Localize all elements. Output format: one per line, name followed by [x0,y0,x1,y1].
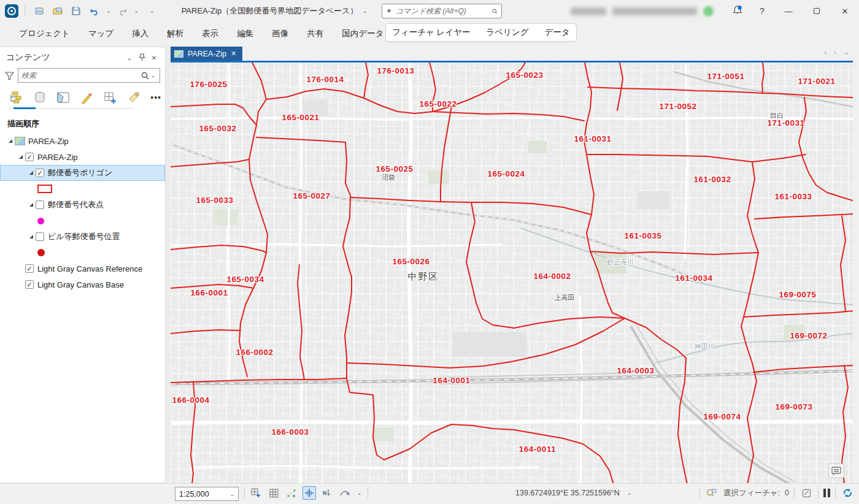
filter-icon[interactable] [5,71,14,80]
symbol-swatch-row[interactable] [0,245,165,261]
dot-magenta-swatch[interactable] [37,218,44,224]
zoom-to-selection-icon[interactable] [705,486,718,500]
map-scale-select[interactable]: 1:25,000 ⌄ [175,487,239,501]
zip-code-label: 171-0031 [767,118,804,128]
more-tabs-ellipsis[interactable]: ••• [150,93,161,102]
coordinate-readout[interactable]: 139.6724919°E 35.7251596°N ⌄ [515,489,633,497]
layer-tree-item[interactable]: 郵便番号代表点 [0,197,165,213]
undo-dropdown-chevron-icon[interactable]: ⌄ [105,8,112,14]
tab-scroll-left-icon[interactable]: ‹ [824,48,826,56]
snapping-toggle-icon[interactable] [302,486,316,500]
snap-points-icon[interactable] [285,486,298,500]
search-options-chevron-icon[interactable]: ⌄ [149,72,156,78]
layer-tree-item[interactable]: PAREA-Zip [0,133,165,149]
save-project-button[interactable] [68,4,84,18]
open-project-button[interactable] [50,4,66,18]
coords-chevron-icon[interactable]: ⌄ [626,490,633,496]
symbol-swatch-row[interactable] [0,181,165,197]
pane-splitter[interactable] [166,47,171,483]
layer-visibility-checkbox[interactable]: ✓ [25,264,34,273]
command-search[interactable]: ✦ [382,4,502,18]
layer-visibility-checkbox[interactable]: ✓ [25,153,34,161]
zip-code-label: 176-0013 [377,66,414,75]
layer-search-box[interactable]: ⌄ [18,68,160,83]
contextual-tab-0[interactable]: フィーチャ レイヤー [392,27,470,38]
map-canvas[interactable]: 176-0025176-0014176-0013165-0023171-0051… [171,63,853,483]
redo-button[interactable] [115,4,131,18]
expander-icon[interactable] [27,202,36,207]
ribbon-tab-3[interactable]: 解析 [159,25,191,43]
symbol-swatch-row[interactable] [0,213,165,229]
grid-icon[interactable] [267,486,280,500]
add-to-grid-icon[interactable] [249,486,263,500]
ribbon-tab-1[interactable]: マップ [80,25,121,43]
refresh-button[interactable] [841,486,854,500]
map-notification-button[interactable] [828,464,844,478]
layer-visibility-checkbox[interactable]: ✓ [36,169,44,177]
zip-code-label: 169-0074 [703,412,741,421]
customize-quick-access-icon[interactable]: ⌄ [148,8,156,14]
pane-menu-chevron-icon[interactable]: ⌄ [123,55,136,61]
zip-code-label: 165-0023 [506,71,543,80]
expander-icon[interactable] [27,170,36,175]
expander-icon[interactable] [17,155,25,159]
minimize-button[interactable]: — [774,0,803,22]
ribbon-tab-6[interactable]: 画像 [264,25,296,43]
title-bar: ⌄ ⌄ ⌄ PAREA-Zip（全国郵便番号界地図データベース） ⌄ ✦ ? — [0,0,859,22]
data-source-tab[interactable] [33,90,48,105]
command-search-input[interactable] [396,7,492,15]
layer-tree-item[interactable]: ビル等郵便番号位置 [0,229,165,245]
ribbon-tab-8[interactable]: 国内データ [334,25,391,43]
ribbon-tab-4[interactable]: 表示 [194,25,226,43]
ribbon-tab-5[interactable]: 編集 [229,25,261,43]
maximize-button[interactable] [803,0,831,22]
rect-red-swatch[interactable] [37,185,52,193]
title-dropdown-chevron-icon[interactable]: ⌄ [363,8,368,14]
expander-icon[interactable] [27,234,36,239]
layer-visibility-checkbox[interactable]: ✓ [25,280,34,289]
selection-constraint-icon[interactable] [799,486,813,500]
pause-drawing-button[interactable] [823,489,830,497]
layer-visibility-checkbox[interactable] [36,200,44,209]
layer-tree-item[interactable]: ✓PAREA-Zip [0,149,165,165]
tab-list-chevron-icon[interactable]: ⌄ [844,48,849,56]
snapping-tab[interactable] [103,90,118,105]
drawing-order-tab[interactable] [9,90,24,105]
zip-code-label: 165-0034 [226,275,264,284]
close-button[interactable]: ✕ [831,0,859,22]
divider [25,6,25,17]
redo-dropdown-chevron-icon[interactable]: ⌄ [133,8,141,14]
notifications-bell-icon[interactable] [725,5,750,18]
contextual-tab-2[interactable]: データ [545,27,570,38]
north-arrow-icon[interactable]: N [320,486,334,500]
close-view-icon[interactable]: ✕ [231,50,236,58]
selection-tab[interactable] [56,90,71,105]
help-button[interactable]: ? [750,6,774,16]
layer-tree-item[interactable]: ✓郵便番号ポリゴン [0,165,165,181]
editing-tab[interactable] [80,90,95,105]
labeling-tab[interactable] [127,90,142,105]
undo-button[interactable] [87,4,102,18]
layer-visibility-checkbox[interactable] [36,232,44,241]
avatar[interactable] [703,6,714,17]
pin-icon[interactable] [136,53,148,63]
dot-red-swatch[interactable] [37,249,45,256]
close-pane-icon[interactable]: ✕ [148,55,160,61]
layer-tree-item[interactable]: ✓Light Gray Canvas Reference [0,261,165,277]
zip-code-label: 171-0052 [659,102,696,111]
status-tools-chevron-icon[interactable]: ⌄ [356,490,363,496]
expander-icon[interactable] [6,139,15,143]
scale-chevron-icon: ⌄ [229,491,234,497]
place-name-label: 沼袋 [382,173,395,182]
rotate-path-icon[interactable] [338,486,352,500]
layer-tree-item[interactable]: ✓Light Gray Canvas Base [0,277,165,292]
new-project-button[interactable] [31,4,47,18]
arcgis-pro-logo-icon[interactable] [5,4,18,18]
tab-scroll-right-icon[interactable]: › [834,48,836,56]
ribbon-tab-7[interactable]: 共有 [299,25,331,43]
contextual-tab-1[interactable]: ラベリング [486,27,528,38]
layer-search-input[interactable] [21,71,141,80]
ribbon-tab-0[interactable]: プロジェクト [11,25,78,43]
map-view-tab[interactable]: PAREA-Zip ✕ [171,47,242,61]
ribbon-tab-2[interactable]: 挿入 [124,25,156,43]
